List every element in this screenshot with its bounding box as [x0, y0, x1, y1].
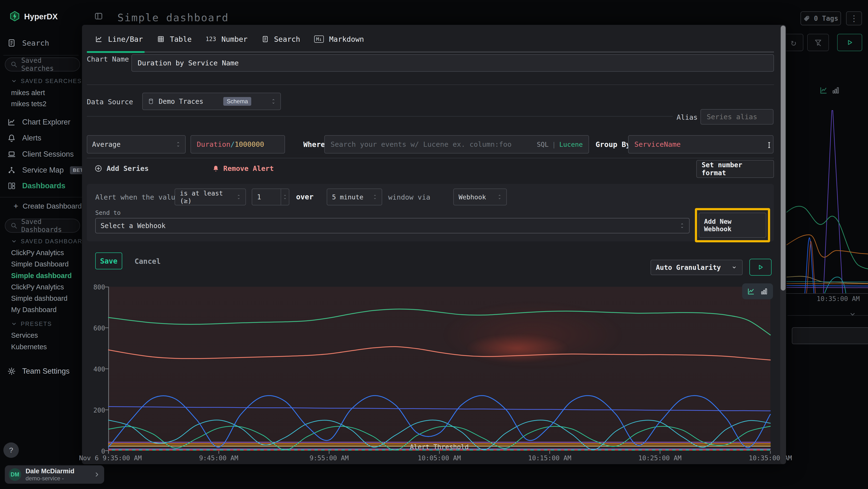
sidebar-divider: [3, 55, 79, 56]
alias-input[interactable]: [701, 109, 774, 124]
saved-dashboard-item[interactable]: Simple dashboard: [11, 294, 67, 303]
chevron-down-icon: [849, 311, 856, 318]
chevron-updown-icon: [498, 194, 501, 200]
run-chart-button[interactable]: [749, 259, 772, 276]
granularity-select[interactable]: Auto Granularity: [651, 260, 743, 275]
saved-dashboard-item[interactable]: ClickPy Analytics: [11, 249, 64, 257]
cancel-button[interactable]: Cancel: [134, 257, 161, 265]
where-input[interactable]: Search your events w/ Lucene ex. column:…: [324, 135, 589, 153]
user-card[interactable]: DM Dale McDiarmid demo-service -: [5, 465, 104, 484]
send-to-label: Send to: [95, 209, 121, 216]
help-icon: ?: [9, 446, 13, 454]
add-series-button[interactable]: Add Series: [94, 164, 149, 173]
alert-window-select[interactable]: 5 minute: [327, 189, 382, 205]
chevron-down-icon: [731, 265, 737, 270]
chart-canvas: [108, 287, 770, 451]
scrollbar-track[interactable]: [780, 25, 786, 464]
sidebar-item-client-sessions[interactable]: Client Sessions: [7, 150, 74, 159]
expression-input[interactable]: Duration / 1000000: [190, 135, 285, 153]
chevron-updown-icon: [680, 223, 684, 229]
saved-dashboard-item[interactable]: ClickPy Analytics: [11, 283, 64, 291]
alert-threshold-input[interactable]: 1: [252, 189, 289, 205]
search-doc-icon: [261, 35, 269, 43]
saved-dashboard-item[interactable]: My Dashboard: [11, 306, 57, 314]
schema-badge: Schema: [223, 97, 251, 106]
create-dashboard-button[interactable]: + Create Dashboard: [13, 201, 82, 211]
set-number-format-button[interactable]: Set number format: [696, 160, 774, 178]
sidebar-item-service-map[interactable]: Service Map BETA: [7, 166, 89, 174]
background-input-fragment: [792, 327, 868, 344]
line-chart-icon: [747, 287, 755, 295]
expression-operator: /: [230, 140, 235, 148]
saved-dashboards-header[interactable]: SAVED DASHBOARDS: [11, 238, 92, 245]
sidebar-item-search[interactable]: Search: [7, 39, 49, 47]
lucene-toggle[interactable]: Lucene: [559, 141, 583, 148]
expression-field: Duration: [197, 140, 230, 148]
alert-channel-select[interactable]: Webhook: [453, 189, 507, 205]
remove-alert-button[interactable]: Remove Alert: [212, 164, 274, 173]
add-new-webhook-button[interactable]: Add New Webhook: [699, 213, 766, 238]
play-icon: [757, 264, 764, 271]
divider: [87, 84, 774, 85]
sidebar-item-chart-explorer[interactable]: Chart Explorer: [7, 118, 70, 126]
alert-condition-select[interactable]: is at least (≥): [175, 189, 246, 205]
y-axis-label: 0: [84, 448, 105, 455]
brand-name: HyperDX: [24, 12, 58, 21]
chart-type-toggle[interactable]: [742, 283, 773, 299]
presets-header[interactable]: PRESETS: [11, 320, 52, 327]
saved-search-item[interactable]: mikes alert: [11, 89, 45, 97]
saved-dashboard-item[interactable]: Simple Dashboard: [11, 260, 69, 268]
y-axis-label: 800: [84, 283, 105, 291]
x-axis-label: 9:55:00 AM: [310, 454, 349, 462]
sidebar-collapse-button[interactable]: [94, 11, 103, 21]
y-axis-label: 600: [84, 324, 105, 332]
x-axis-label: 10:15:00 AM: [528, 454, 571, 462]
chart-editor-modal: Line/Bar Table 123 Number Search M↓ Mark…: [82, 25, 786, 464]
group-by-input[interactable]: ServiceName: [628, 135, 774, 153]
alert-threshold-label: Alert Threshold: [410, 443, 469, 451]
tab-line-bar[interactable]: Line/Bar: [95, 35, 143, 44]
user-org: demo-service -: [26, 475, 74, 482]
tab-table[interactable]: Table: [157, 35, 192, 44]
data-source-select[interactable]: Demo Traces Schema: [142, 93, 281, 110]
chevron-down-icon: [11, 78, 17, 84]
stepper-buttons[interactable]: [281, 189, 289, 205]
tag-icon: [803, 15, 810, 22]
saved-dashboards-input[interactable]: Saved Dashboards: [5, 219, 80, 233]
line-chart-icon: [95, 35, 103, 43]
webhook-placeholder: Select a Webhook: [100, 222, 166, 230]
sidebar-item-alerts[interactable]: Alerts: [7, 134, 41, 142]
preset-item[interactable]: Services: [11, 332, 38, 339]
divider: [87, 158, 774, 158]
chart-name-input[interactable]: [131, 54, 774, 72]
text-cursor-icon: [766, 141, 773, 149]
tab-search[interactable]: Search: [261, 35, 300, 44]
search-doc-icon: [7, 39, 16, 47]
database-icon: [148, 98, 154, 105]
tab-number[interactable]: 123 Number: [206, 35, 248, 44]
chevron-updown-icon: [373, 194, 377, 200]
sidebar-item-team-settings[interactable]: Team Settings: [7, 367, 69, 376]
aggregation-select[interactable]: Average: [87, 135, 186, 153]
divider: [87, 116, 673, 117]
saved-searches-input[interactable]: Saved Searches: [5, 57, 80, 71]
sidebar-item-dashboards[interactable]: Dashboards: [7, 181, 65, 190]
chevron-right-icon: [94, 471, 100, 478]
sql-toggle[interactable]: SQL: [537, 141, 549, 148]
scrollbar-thumb[interactable]: [781, 26, 785, 291]
saved-searches-header[interactable]: SAVED SEARCHES: [11, 78, 82, 84]
over-label: over: [296, 193, 313, 201]
save-button[interactable]: Save: [95, 253, 122, 269]
background-axis-label: 10:35:00 AM: [817, 295, 860, 303]
alias-label: Alias: [677, 113, 698, 121]
preset-item[interactable]: Kubernetes: [11, 343, 47, 351]
saved-dashboard-item-active[interactable]: Simple dashboard: [11, 272, 72, 280]
where-label: Where: [303, 140, 325, 149]
webhook-select[interactable]: Select a Webhook: [95, 218, 689, 233]
saved-search-item[interactable]: mikes tets2: [11, 100, 46, 108]
bell-icon: [7, 134, 16, 142]
help-button[interactable]: ?: [3, 442, 19, 458]
service-map-icon: [7, 166, 16, 174]
data-source-value: Demo Traces: [159, 97, 203, 106]
tab-markdown[interactable]: M↓ Markdown: [314, 35, 364, 44]
